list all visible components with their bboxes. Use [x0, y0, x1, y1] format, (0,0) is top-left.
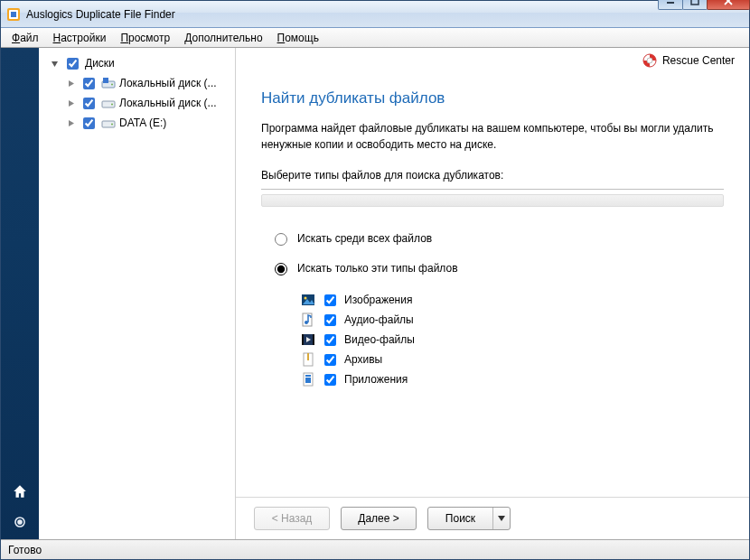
search-button-label: Поиск — [428, 508, 493, 529]
filetype-subhead: Выберите типы файлов для поиска дубликат… — [261, 169, 724, 182]
intro-paragraph: Программа найдет файловые дубликаты на в… — [261, 120, 724, 153]
svg-point-11 — [111, 104, 113, 106]
filetype-row: Изображения — [301, 290, 724, 310]
search-dropdown-caret[interactable] — [493, 516, 510, 521]
svg-point-15 — [647, 58, 652, 63]
rescue-center-link[interactable]: Rescue Center — [642, 53, 735, 68]
page-headline: Найти дубликаты файлов — [261, 89, 724, 107]
window-title: Auslogics Duplicate File Finder — [26, 7, 659, 21]
tree-item-checkbox[interactable] — [83, 98, 95, 109]
titlebar[interactable]: Auslogics Duplicate File Finder — [1, 1, 749, 28]
tree-root-checkbox[interactable] — [67, 58, 79, 70]
svg-rect-26 — [305, 378, 311, 383]
radio-search-all-input[interactable] — [275, 233, 287, 246]
svg-point-13 — [111, 124, 113, 126]
tree-children: Локальный диск (...Локальный диск (...DA… — [50, 73, 231, 133]
collapse-icon[interactable] — [50, 59, 60, 69]
tree-root-row[interactable]: Диски — [50, 53, 231, 73]
next-button[interactable]: Далее > — [341, 507, 417, 530]
tree-item-label: DATA (E:) — [119, 113, 166, 133]
drive-tree-panel: Диски Локальный диск (...Локальный диск … — [39, 48, 236, 539]
tree-item[interactable]: DATA (E:) — [66, 113, 231, 133]
side-strip — [1, 48, 39, 539]
chevron-down-icon — [498, 516, 505, 521]
archive-icon — [301, 352, 315, 367]
menu-помощь[interactable]: Помощь — [270, 30, 326, 46]
svg-rect-24 — [307, 353, 309, 360]
filetype-checkbox[interactable] — [324, 354, 336, 366]
statusbar: Готово — [1, 539, 749, 559]
tree-item[interactable]: Локальный диск (... — [66, 73, 231, 93]
progress-placeholder — [261, 194, 724, 207]
svg-rect-8 — [103, 78, 108, 83]
lifebuoy-icon — [642, 53, 657, 68]
settings-gear-icon[interactable] — [12, 514, 28, 530]
filetype-label: Изображения — [344, 290, 412, 310]
maximize-button[interactable] — [682, 0, 708, 10]
tree-root-label: Диски — [85, 53, 115, 73]
svg-rect-21 — [302, 334, 304, 345]
filetype-label: Архивы — [344, 350, 382, 369]
radio-search-all-label: Искать среди всех файлов — [297, 232, 432, 245]
expand-icon[interactable] — [66, 98, 76, 108]
drive-tree: Диски Локальный диск (...Локальный диск … — [42, 53, 231, 133]
app-icon — [301, 372, 315, 387]
audio-icon — [301, 313, 315, 327]
close-button[interactable] — [707, 0, 750, 10]
minimize-icon — [666, 0, 675, 5]
minimize-button[interactable] — [658, 0, 683, 10]
close-icon — [723, 0, 734, 5]
filetype-list: ИзображенияАудио-файлыВидео-файлыАрхивыП… — [270, 290, 724, 389]
video-icon — [301, 332, 315, 347]
main-panel: Rescue Center Найти дубликаты файлов Про… — [236, 48, 749, 539]
svg-rect-3 — [667, 2, 674, 4]
svg-rect-27 — [305, 375, 311, 377]
status-text: Готово — [8, 544, 42, 556]
maximize-icon — [690, 0, 699, 5]
tree-item-label: Локальный диск (... — [119, 93, 217, 113]
tree-item[interactable]: Локальный диск (... — [66, 93, 231, 113]
menu-файл[interactable]: Файл — [5, 30, 46, 46]
svg-rect-22 — [313, 334, 314, 345]
menu-дополнительно[interactable]: Дополнительно — [177, 30, 269, 46]
back-button[interactable]: < Назад — [254, 507, 330, 530]
client-area: Диски Локальный диск (...Локальный диск … — [1, 48, 749, 539]
radio-search-types-input[interactable] — [275, 263, 287, 275]
filetype-label: Аудио-файлы — [344, 310, 414, 330]
svg-point-9 — [111, 84, 113, 86]
expand-icon[interactable] — [66, 79, 76, 89]
tree-item-checkbox[interactable] — [83, 117, 95, 129]
svg-point-17 — [305, 297, 307, 300]
wizard-button-bar: < Назад Далее > Поиск — [236, 497, 749, 539]
drive-icon — [101, 76, 116, 90]
app-icon — [6, 7, 21, 22]
expand-icon[interactable] — [66, 118, 76, 128]
filetype-label: Приложения — [344, 369, 408, 389]
main-content: Rescue Center Найти дубликаты файлов Про… — [236, 48, 749, 497]
app-window: Auslogics Duplicate File Finder ФайлНаст… — [0, 0, 750, 560]
filetype-checkbox[interactable] — [324, 294, 336, 306]
section-divider — [261, 189, 724, 191]
menubar: ФайлНастройкиПросмотрДополнительноПомощь — [1, 28, 749, 48]
filetype-checkbox[interactable] — [324, 314, 336, 326]
radio-search-types-label: Искать только эти типы файлов — [297, 262, 458, 275]
tree-item-checkbox[interactable] — [83, 78, 95, 89]
filetype-row: Архивы — [301, 350, 724, 369]
back-button-label: < Назад — [272, 512, 313, 525]
filetype-checkbox[interactable] — [324, 374, 336, 386]
window-controls — [659, 0, 750, 10]
rescue-center-label: Rescue Center — [662, 54, 735, 67]
radio-search-types[interactable]: Искать только эти типы файлов — [270, 260, 724, 275]
filetype-row: Приложения — [301, 369, 724, 389]
svg-point-6 — [18, 520, 22, 524]
filetype-row: Видео-файлы — [301, 330, 724, 350]
home-icon[interactable] — [12, 483, 28, 499]
filetype-checkbox[interactable] — [324, 334, 336, 346]
menu-настройки[interactable]: Настройки — [46, 30, 114, 46]
radio-search-all[interactable]: Искать среди всех файлов — [270, 230, 724, 246]
search-split-button[interactable]: Поиск — [427, 507, 511, 530]
menu-просмотр[interactable]: Просмотр — [113, 30, 177, 46]
tree-item-label: Локальный диск (... — [119, 73, 217, 93]
drive-icon — [101, 96, 116, 110]
svg-rect-4 — [691, 0, 698, 5]
